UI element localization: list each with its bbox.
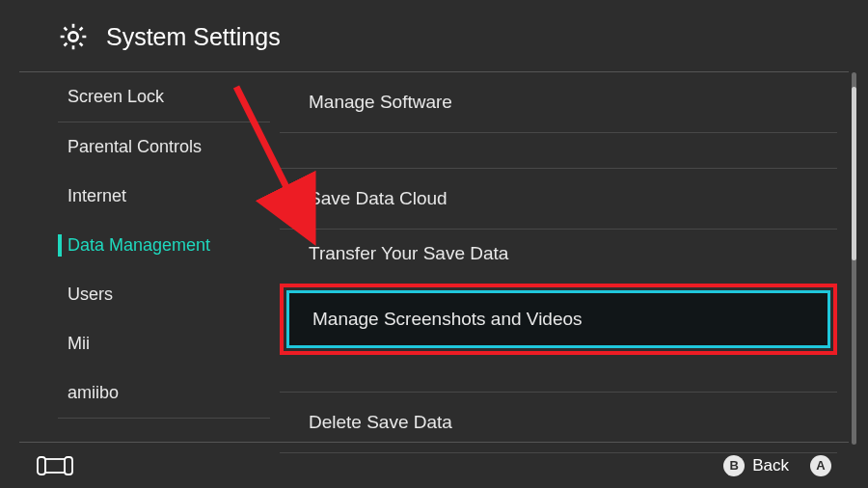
menu-item-label: Delete Save Data <box>309 412 452 432</box>
selection-highlight: Manage Screenshots and Videos <box>286 290 830 348</box>
menu-item-save-data-cloud[interactable]: Save Data Cloud <box>280 169 837 229</box>
menu-item-label: Save Data Cloud <box>309 188 448 208</box>
sidebar-item-label: Parental Controls <box>68 137 202 156</box>
a-button-icon: A <box>810 455 831 476</box>
menu-item-label: Manage Screenshots and Videos <box>312 309 583 329</box>
footer-buttons: B Back A <box>723 455 831 476</box>
gear-icon <box>58 21 89 52</box>
menu-item-manage-screenshots[interactable]: Manage Screenshots and Videos <box>280 284 837 355</box>
sidebar-item-parental-controls[interactable]: Parental Controls <box>19 122 280 172</box>
menu-item-label: Transfer Your Save Data <box>309 243 508 263</box>
button-label: Back <box>752 456 789 475</box>
sidebar-item-screen-lock[interactable]: Screen Lock <box>19 72 280 122</box>
sidebar-item-label: Internet <box>68 186 126 205</box>
footer: B Back A <box>19 442 849 488</box>
sidebar-item-label: Screen Lock <box>68 87 164 106</box>
page-title: System Settings <box>106 23 281 51</box>
main: Screen Lock Parental Controls Internet D… <box>0 72 868 445</box>
sidebar-item-mii[interactable]: Mii <box>19 319 280 368</box>
sidebar-item-label: Users <box>68 285 113 304</box>
sidebar-item-data-management[interactable]: Data Management <box>19 221 280 270</box>
spacer <box>280 133 837 168</box>
b-button-icon: B <box>723 455 745 476</box>
scrollbar[interactable] <box>852 72 856 445</box>
header: System Settings <box>19 0 849 72</box>
spacer <box>280 361 837 392</box>
controller-icon <box>37 456 73 475</box>
svg-rect-4 <box>45 459 65 473</box>
menu-item-label: Manage Software <box>309 92 452 112</box>
annotation-red-box: Manage Screenshots and Videos <box>280 284 837 355</box>
a-button[interactable]: A <box>810 455 831 476</box>
svg-rect-3 <box>38 457 45 474</box>
menu-item-transfer-save-data[interactable]: Transfer Your Save Data <box>280 230 837 278</box>
sidebar: Screen Lock Parental Controls Internet D… <box>0 72 280 445</box>
menu-item-manage-software[interactable]: Manage Software <box>280 72 837 132</box>
sidebar-item-label: amiibo <box>68 383 119 402</box>
sidebar-item-amiibo[interactable]: amiibo <box>19 368 280 418</box>
sidebar-item-label: Mii <box>68 334 90 353</box>
sidebar-item-users[interactable]: Users <box>19 270 280 319</box>
svg-point-0 <box>68 32 77 41</box>
sidebar-item-internet[interactable]: Internet <box>19 172 280 221</box>
content-panel: Manage Software Save Data Cloud Transfer… <box>280 72 868 445</box>
divider <box>58 418 270 419</box>
svg-rect-5 <box>65 457 72 474</box>
back-button[interactable]: B Back <box>723 455 789 476</box>
scrollbar-thumb[interactable] <box>852 87 856 260</box>
sidebar-item-label: Data Management <box>68 235 210 255</box>
